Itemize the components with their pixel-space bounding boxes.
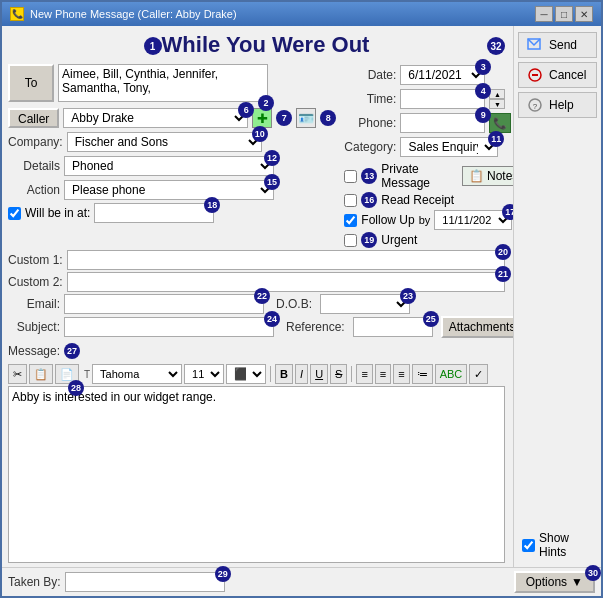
send-button[interactable]: Send xyxy=(518,32,597,58)
custom1-label: Custom 1: xyxy=(8,253,63,267)
category-row: Category: Sales Enquiry 11 xyxy=(344,136,513,158)
font-t-label: T xyxy=(84,369,90,380)
num30-badge: 30 xyxy=(585,565,601,581)
follow-up-checkbox[interactable] xyxy=(344,214,357,227)
minimize-button[interactable]: ─ xyxy=(535,6,553,22)
will-be-row: Will be in at: 1:00pm to 3:00pm 18 xyxy=(8,203,336,223)
to-button[interactable]: To xyxy=(8,64,54,102)
date-select[interactable]: 6/11/2021 xyxy=(400,65,485,85)
page-title: While You Were Out xyxy=(162,32,370,58)
caller-row: Caller Abby Drake 6 ✚ 7 🪪 8 xyxy=(8,107,336,129)
num3-badge: 3 xyxy=(475,59,491,75)
color-select[interactable]: ⬛ xyxy=(226,364,266,384)
phone-input[interactable]: 6864659 xyxy=(400,113,485,133)
num29-badge: 29 xyxy=(215,566,231,582)
custom1-row: Custom 1: 20 xyxy=(8,250,505,270)
attachments-button[interactable]: Attachments 1 xyxy=(441,316,513,338)
spell-check-button[interactable]: ABC xyxy=(435,364,468,384)
align-center-button[interactable]: ≡ xyxy=(375,364,391,384)
caller-button[interactable]: Caller xyxy=(8,108,59,128)
help-button[interactable]: ? Help xyxy=(518,92,597,118)
reference-input[interactable] xyxy=(353,317,433,337)
time-down-button[interactable]: ▼ xyxy=(489,99,505,109)
action-label: Action xyxy=(8,183,60,197)
notes-label: Notes xyxy=(487,169,513,183)
title-bar-left: 📞 New Phone Message (Caller: Abby Drake) xyxy=(10,7,237,21)
toolbar-separator2 xyxy=(351,366,352,382)
close-button[interactable]: ✕ xyxy=(575,6,593,22)
form-area: 1 While You Were Out 32 To 2 xyxy=(2,26,513,567)
custom2-input[interactable] xyxy=(67,272,505,292)
custom1-input[interactable] xyxy=(67,250,505,270)
help-label: Help xyxy=(549,98,574,112)
urgent-checkbox[interactable] xyxy=(344,234,357,247)
num25-badge: 25 xyxy=(423,311,439,327)
num15-badge: 15 xyxy=(264,174,280,190)
message-label-row: Message: 27 xyxy=(8,340,505,362)
taken-by-input[interactable]: Pete xyxy=(65,572,225,592)
align-left-button[interactable]: ≡ xyxy=(356,364,372,384)
private-message-checkbox[interactable] xyxy=(344,170,357,183)
bullets-button[interactable]: ≔ xyxy=(412,364,433,384)
caller-select[interactable]: Abby Drake xyxy=(63,108,248,128)
left-col: To 2 Caller Abby Drake 6 xyxy=(8,64,336,248)
phone-row: Phone: 6864659 9 📞 xyxy=(344,112,513,134)
read-receipt-checkbox[interactable] xyxy=(344,194,357,207)
dial-button[interactable]: 📞 xyxy=(489,113,511,133)
category-select[interactable]: Sales Enquiry xyxy=(400,137,498,157)
action-row: Action Please phone 15 xyxy=(8,179,336,201)
details-select[interactable]: Phoned xyxy=(64,156,274,176)
details-label: Details xyxy=(8,159,60,173)
contact-card-button[interactable]: 🪪 xyxy=(296,108,316,128)
options-button[interactable]: Options ▼ xyxy=(514,571,595,593)
more-button[interactable]: ✓ xyxy=(469,364,488,384)
cut-button[interactable]: ✂ xyxy=(8,364,27,384)
custom2-label: Custom 2: xyxy=(8,275,63,289)
email-input[interactable]: abby.drake@fischerandsons.xyz xyxy=(64,294,264,314)
font-size-select[interactable]: 11 xyxy=(184,364,224,384)
underline-button[interactable]: U xyxy=(310,364,328,384)
num16-badge: 16 xyxy=(361,192,377,208)
formatting-toolbar: ✂ 📋 📄 T Tahoma 11 ⬛ B I U xyxy=(8,364,505,384)
read-receipt-row: 16 Read Receipt xyxy=(344,192,513,208)
message-textarea[interactable] xyxy=(8,386,505,563)
urgent-label: Urgent xyxy=(381,233,417,247)
num12-badge: 12 xyxy=(264,150,280,166)
time-up-button[interactable]: ▲ xyxy=(489,89,505,99)
time-input[interactable]: 8:51:08 AM xyxy=(400,89,485,109)
maximize-button[interactable]: □ xyxy=(555,6,573,22)
italic-button[interactable]: I xyxy=(295,364,308,384)
company-select[interactable]: Fischer and Sons xyxy=(67,132,262,152)
cancel-button[interactable]: Cancel xyxy=(518,62,597,88)
num22-badge: 22 xyxy=(254,288,270,304)
email-label: Email: xyxy=(8,297,60,311)
notes-button[interactable]: 📋 Notes xyxy=(462,166,513,186)
copy-button[interactable]: 📋 xyxy=(29,364,53,384)
send-label: Send xyxy=(549,38,577,52)
follow-up-date-select[interactable]: 11/11/2021 xyxy=(434,210,512,230)
to-field[interactable] xyxy=(58,64,268,102)
private-message-row: 13 Private Message xyxy=(344,162,462,190)
dob-label: D.O.B: xyxy=(276,297,312,311)
cancel-label: Cancel xyxy=(549,68,586,82)
title-bar-controls: ─ □ ✕ xyxy=(535,6,593,22)
follow-up-row: Follow Up by 11/11/2021 17 xyxy=(344,210,513,230)
urgent-row: 19 Urgent xyxy=(344,232,513,248)
font-select[interactable]: Tahoma xyxy=(92,364,182,384)
align-right-button[interactable]: ≡ xyxy=(393,364,409,384)
message-label: Message: xyxy=(8,344,60,358)
strikethrough-button[interactable]: S xyxy=(330,364,347,384)
will-be-time-input[interactable]: 1:00pm to 3:00pm xyxy=(94,203,214,223)
subject-input[interactable]: Product Information. xyxy=(64,317,274,337)
num2-badge: 2 xyxy=(258,95,274,111)
bold-button[interactable]: B xyxy=(275,364,293,384)
dob-select[interactable] xyxy=(320,294,410,314)
num28-badge: 28 xyxy=(68,380,84,396)
show-hints-checkbox[interactable] xyxy=(522,539,535,552)
private-message-label: Private Message xyxy=(381,162,462,190)
category-label: Category: xyxy=(344,140,396,154)
will-be-checkbox[interactable] xyxy=(8,207,21,220)
add-contact-button[interactable]: ✚ xyxy=(252,108,272,128)
num10-badge: 10 xyxy=(252,126,268,142)
action-select[interactable]: Please phone xyxy=(64,180,274,200)
